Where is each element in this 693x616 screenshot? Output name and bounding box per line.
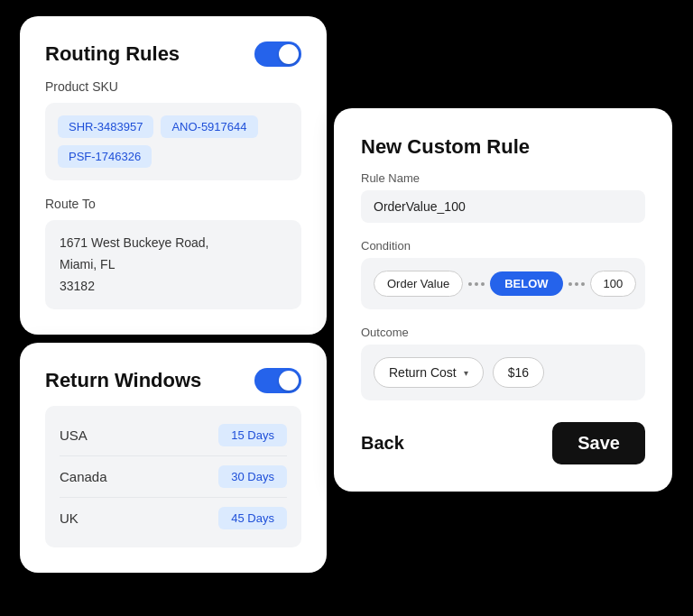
return-table: USA 15 Days Canada 30 Days UK 45 Days [45,406,301,547]
dot-5 [575,282,578,286]
sku-badge-2: ANO-5917644 [161,115,257,138]
sku-container: SHR-3483957 ANO-5917644 PSF-1746326 [45,103,301,180]
outcome-price[interactable]: $16 [493,357,544,388]
return-windows-card: Return Windows USA 15 Days Canada 30 Day… [20,343,327,573]
condition-row: Order Value BELOW 100 [361,258,645,309]
sku-badge-3: PSF-1746326 [58,145,152,168]
address-box: 1671 West Buckeye Road,Miami, FL33182 [45,220,301,309]
return-row-usa: USA 15 Days [60,415,287,455]
dot-4 [568,282,572,286]
outcome-box: Return Cost ▾ $16 [361,345,645,400]
return-windows-title: Return Windows [45,369,201,392]
route-to-label: Route To [45,197,301,211]
address-text: 1671 West Buckeye Road,Miami, FL33182 [60,235,209,293]
condition-dots-2 [568,282,585,286]
custom-rule-title: New Custom Rule [361,135,530,159]
save-button[interactable]: Save [552,422,645,464]
dot-3 [481,282,485,286]
sku-badge-1: SHR-3483957 [58,115,153,138]
rule-name-label: Rule Name [361,171,645,185]
country-uk: UK [60,510,79,526]
outcome-label: Outcome [361,326,645,339]
rule-name-value[interactable]: OrderValue_100 [361,190,645,223]
back-button[interactable]: Back [361,433,404,454]
days-usa: 15 Days [218,424,287,446]
routing-rules-card: Routing Rules Product SKU SHR-3483957 AN… [20,16,327,335]
card-footer: Back Save [361,422,645,464]
outcome-select-text: Return Cost [389,365,457,380]
dot-1 [468,282,472,286]
dot-6 [581,282,585,286]
condition-dots-1 [468,282,485,286]
routing-rules-title: Routing Rules [45,42,180,66]
custom-rule-header: New Custom Rule [361,135,645,159]
condition-operator[interactable]: BELOW [490,271,562,296]
days-canada: 30 Days [218,465,287,488]
condition-order-value[interactable]: Order Value [374,271,463,297]
product-sku-label: Product SKU [45,79,301,94]
outcome-select[interactable]: Return Cost ▾ [374,357,484,388]
condition-label: Condition [361,239,645,253]
dot-2 [475,282,478,286]
country-canada: Canada [60,469,107,484]
routing-rules-toggle[interactable] [254,41,301,67]
return-row-uk: UK 45 Days [60,497,287,538]
return-windows-toggle[interactable] [254,368,301,393]
chevron-down-icon: ▾ [464,368,468,378]
return-row-canada: Canada 30 Days [60,455,287,497]
country-usa: USA [60,428,88,443]
custom-rule-card: New Custom Rule Rule Name OrderValue_100… [334,108,672,492]
condition-threshold[interactable]: 100 [590,271,637,297]
routing-rules-header: Routing Rules [45,41,301,67]
return-windows-header: Return Windows [45,368,301,393]
days-uk: 45 Days [218,507,287,529]
